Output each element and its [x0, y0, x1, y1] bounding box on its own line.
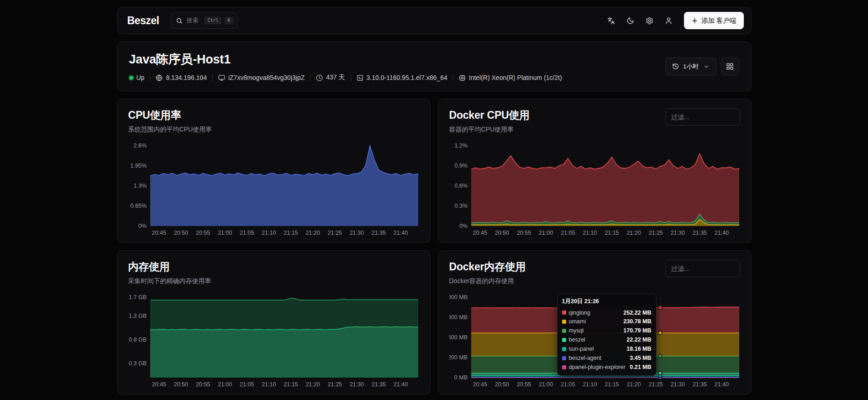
svg-text:21:15: 21:15: [605, 381, 619, 388]
series-swatch: [562, 356, 566, 360]
gear-icon: [646, 17, 653, 25]
memory-chart-card: 内存使用 采集时间下的精确内存使用率 1.7 GB1.3 GB0.8 GB0.3…: [117, 250, 431, 395]
svg-text:21:00: 21:00: [538, 381, 552, 388]
host-kernel-label: 3.10.0-1160.95.1.el7.x86_64: [367, 74, 447, 81]
app-logo[interactable]: Beszel: [127, 15, 159, 27]
svg-text:21:15: 21:15: [284, 381, 298, 388]
card-header: Docker内存使用 Docker容器的内存使用: [449, 260, 740, 285]
tooltip-row: mysql170.79 MB: [562, 326, 652, 336]
series-swatch: [562, 320, 566, 324]
host-kernel: 3.10.0-1160.95.1.el7.x86_64: [357, 74, 447, 81]
host-ip-label: 8.134.196.104: [166, 74, 207, 81]
chart-layout-button[interactable]: [721, 58, 739, 76]
svg-text:20:45: 20:45: [152, 381, 166, 388]
kernel-icon: [357, 74, 363, 81]
plus-icon: [691, 17, 698, 24]
time-range-button[interactable]: 1小时: [665, 58, 716, 76]
svg-text:20:45: 20:45: [473, 230, 487, 236]
svg-text:20:55: 20:55: [195, 381, 210, 388]
svg-text:21:00: 21:00: [538, 230, 552, 236]
svg-text:20:50: 20:50: [494, 230, 509, 236]
host-title: Java陈序员-Host1: [129, 51, 562, 68]
history-icon: [672, 63, 679, 70]
user-menu-button[interactable]: [661, 13, 677, 28]
svg-text:21:20: 21:20: [626, 381, 641, 388]
svg-text:21:00: 21:00: [217, 230, 231, 236]
svg-text:20:50: 20:50: [174, 381, 188, 388]
host-info: Java陈序员-Host1 Up 8.134.196.104 iZ7xv8mog…: [129, 51, 562, 82]
add-client-button[interactable]: 添加 客户端: [684, 12, 744, 29]
memory-usage-chart[interactable]: 1.7 GB1.3 GB0.8 GB0.3 GB20:4520:5020:552…: [128, 293, 419, 389]
svg-text:21:25: 21:25: [327, 381, 342, 388]
svg-text:21:05: 21:05: [561, 230, 575, 236]
globe-icon: [156, 74, 163, 81]
host-controls: 1小时: [665, 58, 739, 76]
divider: [351, 74, 351, 81]
svg-text:21:35: 21:35: [371, 381, 385, 388]
svg-text:1.95%: 1.95%: [130, 163, 146, 169]
host-cpu-model: Intel(R) Xeon(R) Platinum (1c/2t): [459, 74, 562, 81]
svg-text:600 MB: 600 MB: [449, 314, 468, 321]
cpu-icon: [459, 74, 466, 81]
theme-toggle-button[interactable]: [623, 13, 638, 28]
status-label: Up: [137, 74, 145, 81]
chart-subtitle: 容器的平均CPU使用率: [449, 126, 530, 134]
tooltip-title: 1月20日 21:26: [562, 298, 652, 305]
svg-text:21:15: 21:15: [284, 230, 298, 236]
svg-text:20:50: 20:50: [174, 230, 188, 236]
host-uptime-label: 437 天: [326, 74, 345, 82]
svg-text:21:15: 21:15: [605, 230, 619, 236]
svg-text:1.2%: 1.2%: [454, 142, 468, 149]
search-input[interactable]: 搜索 Ctrl K: [171, 12, 237, 29]
host-cpu-model-label: Intel(R) Xeon(R) Platinum (1c/2t): [469, 74, 562, 81]
svg-text:20:50: 20:50: [494, 381, 509, 388]
svg-text:21:30: 21:30: [349, 230, 363, 236]
svg-text:21:25: 21:25: [648, 381, 663, 388]
divider: [453, 74, 453, 81]
docker-cpu-chart[interactable]: 1.2%0.9%0.6%0.3%0%20:4520:5020:5521:0021…: [449, 141, 740, 238]
user-icon: [665, 17, 673, 25]
add-client-label: 添加 客户端: [701, 16, 736, 25]
navbar-actions: 添加 客户端: [604, 12, 744, 29]
monitor-icon: [218, 74, 225, 81]
tooltip-row: beszel22.22 MB: [562, 336, 652, 345]
svg-text:21:20: 21:20: [305, 230, 320, 236]
svg-text:0%: 0%: [459, 223, 467, 229]
svg-text:21:40: 21:40: [714, 381, 728, 388]
navbar: Beszel 搜索 Ctrl K 添加 客户端: [117, 7, 752, 34]
cpu-usage-chart[interactable]: 2.6%1.95%1.3%0.65%0%20:4520:5020:5521:00…: [128, 141, 419, 238]
svg-text:21:10: 21:10: [583, 230, 597, 236]
charts-grid: CPU使用率 系统范围内的平均CPU使用率 2.6%1.95%1.3%0.65%…: [117, 99, 752, 396]
svg-text:21:10: 21:10: [583, 381, 597, 388]
svg-text:0.3 GB: 0.3 GB: [129, 360, 147, 367]
series-swatch: [562, 347, 566, 351]
docker-cpu-filter-input[interactable]: [665, 108, 740, 126]
svg-text:21:35: 21:35: [371, 230, 385, 236]
host-meta-row: Up 8.134.196.104 iZ7xv8mogva854vg30j3jpZ…: [129, 74, 562, 82]
docker-memory-filter-input[interactable]: [665, 260, 740, 277]
kbd-ctrl: Ctrl: [205, 17, 221, 24]
host-ip: 8.134.196.104: [156, 74, 207, 81]
svg-text:21:05: 21:05: [240, 230, 254, 236]
svg-text:21:40: 21:40: [393, 381, 407, 388]
chart-title: CPU使用率: [128, 108, 212, 122]
svg-text:21:25: 21:25: [327, 230, 342, 236]
series-swatch: [562, 311, 566, 315]
svg-text:400 MB: 400 MB: [449, 334, 468, 341]
svg-text:21:00: 21:00: [217, 381, 231, 388]
svg-text:21:30: 21:30: [670, 381, 684, 388]
language-button[interactable]: [604, 13, 619, 28]
chart-title: Docker CPU使用: [449, 108, 530, 122]
host-hostname: iZ7xv8mogva854vg30j3jpZ: [218, 74, 305, 81]
tooltip-row: dpanel-plugin-explorer0.21 MB: [562, 363, 652, 372]
svg-text:1.3%: 1.3%: [133, 183, 147, 189]
time-range-label: 1小时: [683, 63, 699, 71]
tooltip-row: qinglong252.22 MB: [562, 308, 652, 317]
tooltip-row: sun-panel18.16 MB: [562, 345, 652, 354]
svg-text:20:45: 20:45: [152, 230, 166, 236]
cpu-chart-card: CPU使用率 系统范围内的平均CPU使用率 2.6%1.95%1.3%0.65%…: [117, 99, 431, 243]
settings-button[interactable]: [642, 13, 658, 28]
docker-memory-chart[interactable]: 1月20日 21:26 qinglong252.22 MB umami230.7…: [449, 293, 740, 389]
docker-memory-chart-card: Docker内存使用 Docker容器的内存使用 1月20日 21:26 qin…: [438, 250, 752, 395]
svg-text:0.9%: 0.9%: [454, 163, 468, 169]
